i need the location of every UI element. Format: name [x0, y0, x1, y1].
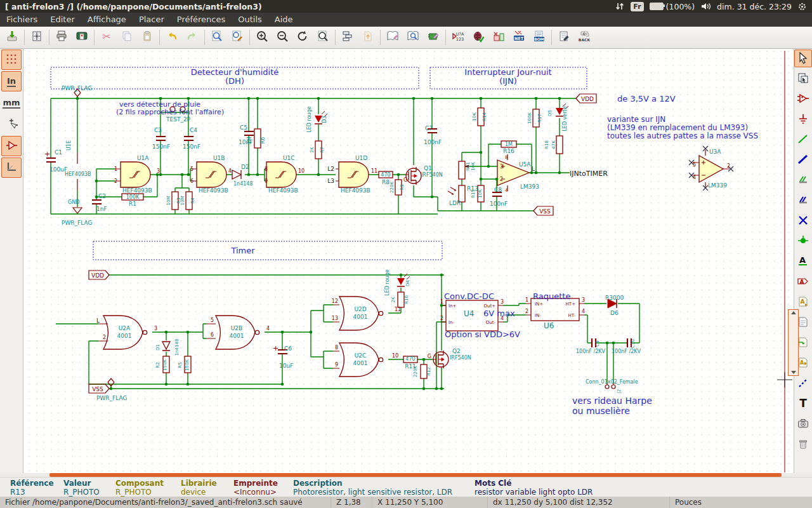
grid-toggle-button[interactable] [1, 50, 22, 70]
place-bus-button[interactable] [794, 151, 812, 169]
delete-item-button[interactable] [794, 436, 812, 453]
schematic-text: LDR [449, 200, 461, 206]
info-value: resistor variable light opto LDR [475, 488, 593, 497]
units-inch-button[interactable]: In [1, 71, 22, 91]
cut-button[interactable]: ✂ [96, 27, 117, 48]
info-field-r-f-rence: RéférenceR13 [10, 479, 54, 497]
find-replace-button[interactable] [227, 27, 247, 48]
hv-icon [5, 161, 18, 175]
save-button[interactable] [2, 27, 22, 48]
scroll-up-icon[interactable] [791, 311, 796, 314]
schematic-text: HT+ [566, 302, 576, 307]
info-value: R_PHOTO [115, 488, 164, 497]
place-net-label-button[interactable]: A [794, 253, 812, 271]
library-browser-button[interactable] [403, 27, 423, 48]
zoom-out-button[interactable] [272, 27, 292, 48]
schematic-drawing[interactable]: Detecteur d'humidité(DH)Interrupteur Jou… [23, 48, 794, 473]
schematic-text: 220K [390, 182, 395, 193]
units-mm-button[interactable]: mm [1, 93, 22, 113]
svg-text:A: A [801, 298, 805, 305]
page-settings-button[interactable] [27, 27, 47, 48]
place-graphic-line-button[interactable] [794, 375, 812, 392]
netlist-button[interactable]: NET [509, 27, 529, 48]
print-button[interactable] [51, 27, 72, 48]
volume-icon[interactable] [700, 2, 711, 11]
place-wire-button[interactable] [794, 131, 812, 149]
menu-editer[interactable]: Editer [44, 13, 81, 27]
vertical-scrollbar[interactable] [788, 309, 799, 376]
back-import-button[interactable]: BACK [574, 27, 594, 48]
glabel-icon: A [797, 275, 809, 290]
schematic-text: 10M [180, 196, 185, 206]
place-power-port-button[interactable] [794, 110, 812, 128]
keyboard-indicator[interactable]: Fr [631, 2, 643, 11]
place-image-button[interactable] [794, 415, 812, 433]
bom-button[interactable]: BOM [529, 27, 549, 48]
place-hierarchical-label-button[interactable]: A [794, 293, 812, 311]
redo-button[interactable] [182, 27, 202, 48]
cross-icon [5, 117, 18, 132]
schematic-text: 150K [162, 359, 167, 371]
toolbar-separator [24, 30, 25, 45]
units-mm-label: mm [3, 98, 20, 109]
zoom-fit-button[interactable] [313, 27, 333, 48]
battery-indicator[interactable]: (100%) [650, 2, 695, 11]
menu-fichiers[interactable]: Fichiers [0, 13, 44, 27]
schematic-canvas[interactable]: Detecteur d'humidité(DH)Interrupteur Jou… [23, 48, 794, 473]
schematic-text: R4 [190, 197, 195, 204]
zoomout-icon [276, 30, 289, 45]
footprint-editor-button[interactable] [423, 27, 443, 48]
menu-placer[interactable]: Placer [133, 13, 171, 27]
schematic-text: 1M [505, 142, 513, 147]
session-gear-icon[interactable] [797, 2, 807, 11]
plot-button[interactable] [72, 27, 92, 48]
paste-button[interactable] [137, 27, 157, 48]
redraw-button[interactable] [292, 27, 313, 48]
wire-to-bus-entry-button[interactable] [794, 171, 812, 189]
info-value: R_PHOTO [63, 488, 100, 497]
cvpcb-button[interactable] [488, 27, 509, 48]
undo-button[interactable] [162, 27, 182, 48]
menu-pr-f-rences[interactable]: Préférences [171, 13, 232, 27]
place-global-label-button[interactable]: A [794, 273, 812, 291]
network-icon[interactable] [615, 2, 625, 11]
schematic-text: 8 [505, 155, 508, 160]
find-icon [211, 30, 223, 45]
hidden-pins-button[interactable] [1, 136, 22, 156]
library-editor-button[interactable] [383, 27, 403, 48]
menu-aide[interactable]: Aide [268, 13, 299, 27]
clock[interactable]: dim. 31 déc. 23:29 [717, 2, 792, 11]
no-connect-flag-button[interactable] [794, 212, 812, 230]
info-field-mots-cl-: Mots Cléresistor variable light opto LDR [475, 479, 593, 497]
hv-orientation-button[interactable] [1, 157, 22, 178]
cursor-button[interactable] [794, 50, 812, 67]
schematic-text: 2 [727, 163, 730, 169]
schematic-text: C1 [55, 149, 62, 156]
scroll-down-icon[interactable] [791, 371, 796, 374]
schematic-text: 10 [298, 168, 304, 174]
zoom-in-button[interactable] [252, 27, 272, 48]
copy-button[interactable] [117, 27, 137, 48]
leave-sheet-button[interactable] [358, 27, 378, 48]
cursor-shape-button[interactable] [1, 114, 22, 135]
place-junction-button[interactable] [794, 232, 812, 250]
schematic-text: (IJN) [499, 76, 517, 86]
schematic-text: Raquette [533, 291, 570, 301]
edit-fields-button[interactable] [554, 27, 574, 48]
menu-affichage[interactable]: Affichage [81, 13, 133, 27]
schematic-text: C5 [240, 124, 247, 131]
schematic-text: 8 [335, 345, 338, 351]
info-label: Description [293, 479, 452, 488]
find-button[interactable] [207, 27, 227, 48]
schematic-text: Timer [230, 246, 255, 255]
hierarchy-navigator-button[interactable] [337, 27, 358, 48]
place-component-button[interactable] [794, 90, 812, 108]
bus-to-bus-entry-button[interactable] [794, 192, 812, 210]
svg-text:A: A [800, 278, 804, 284]
annotate-button[interactable]: U?A123 [448, 27, 468, 48]
erc-button[interactable] [468, 27, 488, 48]
menu-outils[interactable]: Outils [232, 13, 268, 27]
hierarchy-navigation-button[interactable] [794, 70, 812, 88]
place-text-button[interactable]: T [794, 395, 812, 413]
schematic-text: 10K [471, 162, 476, 171]
